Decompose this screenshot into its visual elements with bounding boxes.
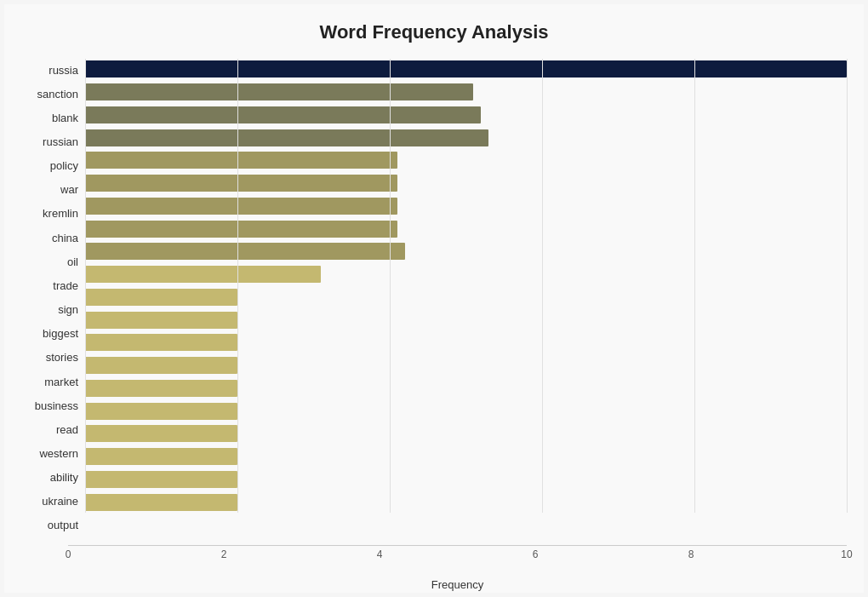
bar [85,471,237,488]
bar-row [85,423,847,445]
bar [85,221,397,238]
bar-row [85,150,847,171]
bar-row [85,355,847,376]
bar-row [85,378,847,399]
y-axis: russiasanctionblankrussianpolicywarkreml… [21,59,85,537]
bar [85,83,473,100]
bar [85,289,237,306]
bar [85,494,237,511]
chart-title: Word Frequency Analysis [21,21,847,43]
x-tick-label: 6 [533,548,539,560]
y-axis-label: war [60,179,78,201]
y-axis-label: output [48,514,78,537]
y-axis-label: biggest [43,323,78,345]
bar-row [85,400,847,422]
chart-area: russiasanctionblankrussianpolicywarkreml… [21,59,847,537]
bar [85,357,237,374]
y-axis-label: policy [50,155,78,177]
bar-row [85,218,847,239]
y-axis-label: read [56,418,78,440]
y-axis-label: stories [46,347,78,369]
bar-row [85,196,847,217]
bar-row [85,59,847,80]
bar [85,60,847,77]
y-axis-label: kremlin [43,203,78,225]
bar-row [85,127,847,148]
bar [85,106,481,123]
bar [85,175,397,192]
bar-row [85,105,847,126]
x-axis-line [68,545,847,546]
bar [85,380,237,397]
y-axis-label: market [44,370,78,393]
y-axis-label: ukraine [42,491,78,513]
x-axis: 0246810 Frequency [68,545,847,593]
y-axis-label: sign [58,299,78,321]
bar [85,243,405,260]
y-axis-label: sanction [37,83,78,105]
x-tick-label: 4 [377,548,383,560]
chart-container: Word Frequency Analysis russiasanctionbl… [4,4,864,593]
bar [85,448,237,465]
bar [85,266,321,283]
bar [85,198,397,215]
y-axis-label: russia [49,59,78,81]
y-axis-label: china [52,227,78,249]
y-axis-label: trade [53,274,78,296]
y-axis-label: ability [50,467,78,489]
bar-row [85,82,847,103]
bar [85,312,237,329]
bars-wrapper [85,59,847,537]
bar [85,152,397,169]
x-axis-title: Frequency [431,578,483,591]
bar-row [85,309,847,330]
bar [85,129,488,146]
bar [85,403,237,420]
x-tick-label: 10 [841,548,852,560]
y-axis-label: western [39,443,78,465]
bar [85,425,237,442]
x-tick-label: 2 [221,548,227,560]
bar-row [85,469,847,491]
x-tick-label: 8 [688,548,694,560]
bar-row [85,491,847,513]
y-axis-label: russian [43,130,78,152]
bar-row [85,287,847,308]
bar-row [85,241,847,262]
bar-row [85,264,847,285]
bar-row [85,332,847,353]
y-axis-label: blank [52,106,78,129]
bar-row [85,173,847,194]
x-tick-label: 0 [66,548,71,560]
bar [85,334,237,351]
grid-line [847,59,848,513]
bar-row [85,446,847,468]
y-axis-label: oil [67,250,78,273]
bars-and-grid [85,59,847,537]
y-axis-label: business [35,394,78,416]
